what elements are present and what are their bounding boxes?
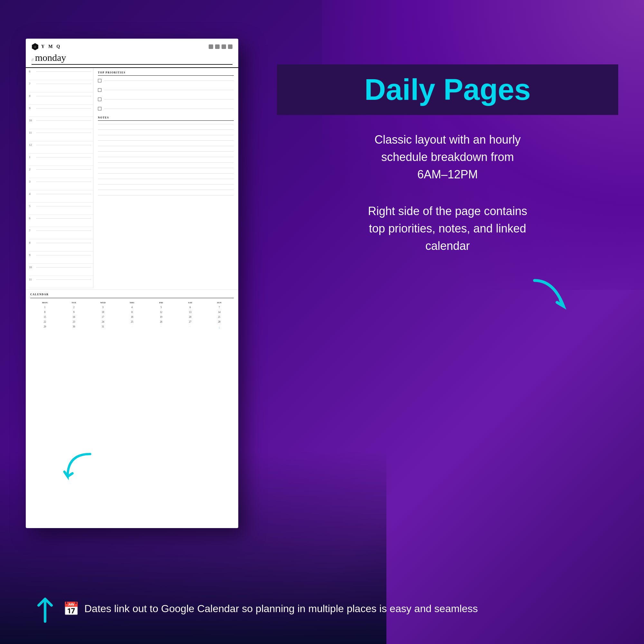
priority-item-2 [98, 88, 234, 92]
logo-icons: ⌂ Y M Q [32, 43, 61, 50]
cal-cell[interactable]: 16 [59, 315, 88, 319]
cal-cell-empty: · [147, 325, 175, 329]
cal-cell[interactable]: 17 [89, 315, 118, 319]
hour-row: 8 [29, 92, 93, 105]
cal-cell-empty: · [175, 325, 204, 329]
hour-label: 1 [29, 155, 35, 159]
notes-line [98, 190, 234, 190]
cal-cell[interactable]: 12 [147, 310, 175, 314]
logo-row: ⌂ Y M Q [32, 43, 232, 50]
cal-cell[interactable]: 1 [30, 305, 59, 309]
cal-cell[interactable]: 15 [30, 315, 59, 319]
hour-label: 3 [29, 179, 35, 183]
cal-cell[interactable]: 6 [175, 305, 204, 309]
title-underline [32, 64, 232, 65]
cal-cell[interactable]: 25 [118, 320, 147, 324]
priorities-label: TOP PRIORITIES [98, 71, 234, 74]
priority-checkbox-4[interactable] [98, 107, 101, 110]
hour-row: 6 [29, 68, 93, 80]
notes-line [98, 135, 234, 135]
cal-cell[interactable]: 10 [89, 310, 118, 314]
cal-row-4: 22 23 24 25 26 27 28 [30, 320, 234, 324]
hour-row: 7 [29, 227, 93, 239]
cal-cell[interactable]: 2 [59, 305, 88, 309]
cal-cell[interactable]: 5 [147, 305, 175, 309]
cal-row-3: 15 16 17 18 19 20 21 [30, 315, 234, 319]
day-title: //monday [32, 52, 232, 63]
planner-wrap: ⌂ Y M Q //monday [26, 39, 251, 544]
notes-line [98, 146, 234, 146]
hour-label: 9 [29, 253, 35, 257]
planner-body: 6 7 8 9 10 11 12 1 2 3 4 5 6 7 8 [26, 68, 238, 288]
priority-checkbox-1[interactable] [98, 79, 101, 82]
cal-cell[interactable]: 21 [205, 315, 234, 319]
hour-label: 11 [29, 130, 35, 134]
cal-cell[interactable]: 8 [30, 310, 59, 314]
header-icon-4 [228, 44, 232, 49]
cal-cell[interactable]: 20 [175, 315, 204, 319]
header-icon-2 [215, 44, 220, 49]
hour-label: 9 [29, 106, 35, 110]
cal-day-sun: SUN [205, 301, 234, 304]
cal-cell[interactable]: 3 [89, 305, 118, 309]
priority-checkbox-3[interactable] [98, 98, 101, 101]
cal-cell[interactable]: 7 [205, 305, 234, 309]
header-icons [209, 44, 232, 49]
cal-day-wed: WED [89, 301, 118, 304]
cal-day-sat: SAT [175, 301, 204, 304]
notes-underline [98, 120, 234, 121]
cal-cell[interactable]: 19 [147, 315, 175, 319]
notes-section: NOTES [98, 116, 234, 195]
logo-letter-m: M [48, 44, 52, 49]
cal-cell[interactable]: 11 [118, 310, 147, 314]
priorities-underline [98, 75, 234, 76]
cal-cell[interactable]: 14 [205, 310, 234, 314]
cal-cell[interactable]: 26 [147, 320, 175, 324]
hour-row: 1 [29, 154, 93, 166]
cal-underline [30, 298, 234, 298]
hour-label: 10 [29, 118, 35, 122]
top-section: ⌂ Y M Q //monday [0, 0, 644, 563]
notes-line [98, 173, 234, 174]
cal-cell[interactable]: 24 [89, 320, 118, 324]
priority-line-4 [104, 109, 234, 109]
hour-label: 5 [29, 204, 35, 208]
hour-label: 6 [29, 69, 35, 73]
notes-lines [98, 124, 234, 195]
cal-cell[interactable]: 29 [30, 325, 59, 329]
logo-letter-q: Q [56, 44, 60, 49]
cal-row-5: 29 30 31 · · · · [30, 325, 234, 329]
bottom-text: Dates link out to Google Calendar so pla… [84, 601, 478, 616]
hour-label: 4 [29, 192, 35, 195]
cal-cell-highlight[interactable]: · [205, 325, 234, 329]
cyan-arrow-left [61, 448, 100, 486]
cal-day-tue: TUE [59, 301, 88, 304]
cal-cell[interactable]: 23 [59, 320, 88, 324]
cal-cell[interactable]: 9 [59, 310, 88, 314]
hour-row: 10 [29, 264, 93, 276]
hour-row: 9 [29, 105, 93, 117]
cal-day-thu: THU [118, 301, 147, 304]
notes-line [98, 168, 234, 168]
logo-letter-y: Y [41, 44, 44, 49]
notes-label: NOTES [98, 116, 234, 119]
cal-cell[interactable]: 28 [205, 320, 234, 324]
hour-row: 12 [29, 141, 93, 154]
cal-cell[interactable]: 30 [59, 325, 88, 329]
main-container: ⌂ Y M Q //monday [0, 0, 644, 644]
hour-label: 8 [29, 241, 35, 244]
bottom-section: 📅 Dates link out to Google Calendar so p… [0, 586, 644, 631]
content-side: Daily Pages Classic layout with an hourl… [277, 39, 618, 544]
cal-day-mon: MON [30, 301, 59, 304]
daily-pages-title: Daily Pages [293, 73, 602, 106]
cal-cell[interactable]: 4 [118, 305, 147, 309]
cal-cell[interactable]: 31 [89, 325, 118, 329]
cal-cell[interactable]: 18 [118, 315, 147, 319]
logo-hex-icon: ⌂ [32, 43, 39, 50]
cal-cell[interactable]: 13 [175, 310, 204, 314]
cal-cell[interactable]: 27 [175, 320, 204, 324]
description-text-1: Classic layout with an hourlyschedule br… [296, 131, 599, 183]
priority-checkbox-2[interactable] [98, 88, 101, 92]
calendar-grid: MON TUE WED THU FRI SAT SUN 1 2 3 [30, 301, 234, 329]
cal-cell[interactable]: 22 [30, 320, 59, 324]
